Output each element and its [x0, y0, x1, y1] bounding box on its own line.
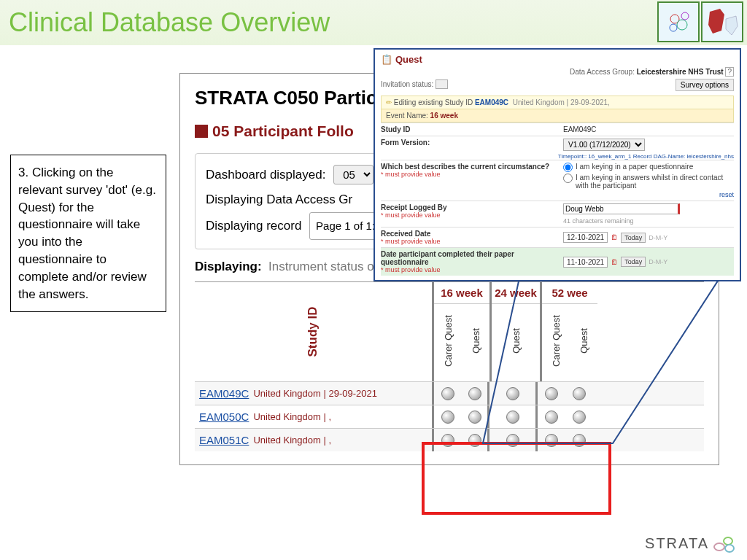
- svg-point-3: [681, 12, 689, 20]
- receipt-input[interactable]: [563, 203, 680, 214]
- clipboard-icon: 📋: [381, 54, 392, 65]
- today-button[interactable]: Today: [621, 233, 646, 243]
- circ-radio-direct[interactable]: I am keying in answers whilst in direct …: [563, 174, 734, 190]
- map-thumbnails: [657, 1, 743, 42]
- study-link[interactable]: EAM051C: [199, 434, 249, 446]
- study-id-header: Study ID: [195, 282, 434, 381]
- timepoint-info: Timepoint:: 16_week_arm_1 Record DAG-Nam…: [381, 153, 734, 160]
- mode-instrument: Instrument status only: [268, 260, 390, 273]
- completed-date-input[interactable]: 11-10-2021: [563, 257, 608, 268]
- survey-dot[interactable]: [545, 387, 558, 400]
- svg-point-2: [670, 24, 677, 31]
- dashboard-label: Dashboard displayed:: [206, 168, 325, 182]
- study-id-value: EAM049C: [563, 125, 734, 133]
- calendar-icon[interactable]: 🗓: [611, 258, 618, 266]
- survey-options-button[interactable]: Survey options: [676, 79, 734, 91]
- svg-point-6: [725, 545, 734, 552]
- circ-radio-paper[interactable]: I am keying in a paper questionnaire: [563, 163, 693, 172]
- survey-dot[interactable]: [441, 411, 454, 424]
- quest-popup: 📋Quest Data Access Group: Leicestershire…: [374, 48, 741, 281]
- logo-icon: [712, 532, 737, 554]
- week-16-label: 16 week: [434, 282, 489, 304]
- grid-icon: [195, 125, 208, 138]
- table-row: EAM050CUnited Kingdom | ,: [195, 405, 704, 428]
- week-24-label: 24 week: [492, 282, 540, 304]
- survey-dot[interactable]: [545, 411, 558, 424]
- calendar-icon[interactable]: 🗓: [611, 233, 618, 241]
- survey-dot[interactable]: [573, 387, 586, 400]
- week-52-label: 52 wee: [542, 282, 597, 304]
- survey-dot[interactable]: [545, 434, 558, 447]
- editing-banner: ✏ Editing existing Study ID EAM049C Unit…: [381, 96, 734, 109]
- form-version-label: Form Version:: [381, 139, 563, 151]
- status-grid: Study ID 16 week Carer Quest Quest 24 we…: [195, 281, 704, 451]
- footer-logo: STRATA: [645, 532, 737, 554]
- col-carer-quest-52: Carer Quest: [542, 304, 570, 377]
- study-link[interactable]: EAM050C: [199, 411, 249, 423]
- survey-dot[interactable]: [468, 411, 481, 424]
- survey-dot[interactable]: [573, 434, 586, 447]
- instruction-text: 3. Clicking on the relevant survey 'dot'…: [10, 155, 166, 312]
- chars-remaining: 41 characters remaining: [563, 217, 634, 225]
- reset-link[interactable]: reset: [719, 191, 734, 198]
- page-title: Clinical Database Overview: [9, 7, 330, 38]
- dashboard-select[interactable]: 05: [333, 165, 374, 184]
- table-row: EAM049CUnited Kingdom | 29-09-2021: [195, 381, 704, 405]
- svg-point-4: [714, 543, 724, 551]
- survey-dot[interactable]: [506, 411, 519, 424]
- popup-title: 📋Quest: [381, 54, 734, 65]
- record-label: Displaying record: [206, 219, 301, 233]
- event-banner: Event Name: 16 week: [381, 109, 734, 122]
- completed-label: Date participant completed their paper q…: [381, 250, 563, 273]
- study-link[interactable]: EAM049C: [199, 387, 249, 400]
- map-thumb-2: [701, 1, 743, 42]
- received-label: Received Date * must provide value: [381, 230, 563, 245]
- study-id-label: Study ID: [381, 125, 563, 133]
- col-carer-quest-16: Carer Quest: [434, 304, 462, 377]
- received-date-input[interactable]: 12-10-2021: [563, 232, 608, 243]
- survey-dot[interactable]: [468, 434, 481, 447]
- map-thumb-1: [657, 1, 700, 42]
- svg-point-5: [724, 537, 732, 545]
- form-version-select[interactable]: V1.00 (17/12/2020): [563, 139, 645, 151]
- invitation-status: [436, 79, 448, 89]
- survey-dot[interactable]: [468, 387, 481, 400]
- survey-dot[interactable]: [441, 434, 454, 447]
- survey-dot[interactable]: [441, 387, 454, 400]
- today-button[interactable]: Today: [621, 257, 646, 267]
- col-quest-24: Quest: [492, 304, 540, 377]
- col-quest-16: Quest: [462, 304, 489, 377]
- survey-dot[interactable]: [573, 411, 586, 424]
- table-row: EAM051CUnited Kingdom | ,: [195, 428, 704, 451]
- survey-dot[interactable]: [506, 387, 519, 400]
- svg-point-1: [677, 20, 687, 30]
- circumstance-label: Which best describes the current circums…: [381, 163, 563, 198]
- pencil-icon: ✏: [386, 98, 392, 106]
- receipt-label: Receipt Logged By * must provide value: [381, 203, 563, 225]
- survey-dot[interactable]: [506, 434, 519, 447]
- col-quest-52: Quest: [570, 304, 597, 377]
